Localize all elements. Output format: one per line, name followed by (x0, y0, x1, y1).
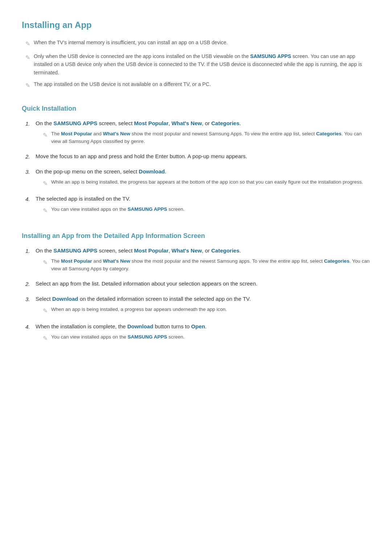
step-number: 1. (25, 247, 36, 255)
subnote-item: ✎ The Most Popular and What's New show t… (43, 130, 370, 145)
subnote-text: When an app is being installed, a progre… (51, 305, 227, 313)
open-label: Open (191, 323, 205, 329)
subnote-item: ✎ You can view installed apps on the SAM… (43, 333, 370, 343)
step-subnotes: ✎ While an app is being installed, the p… (36, 178, 370, 188)
categories-label: Categories (316, 131, 342, 136)
step-text: The selected app is installed on the TV. (36, 194, 370, 203)
subnote-item: ✎ The Most Popular and What's New show t… (43, 257, 370, 273)
note-icon: ✎ (25, 81, 30, 90)
step-item: 2. Move the focus to an app and press an… (25, 152, 370, 163)
note-icon: ✎ (43, 206, 48, 216)
subnote-text: While an app is being installed, the pro… (51, 178, 363, 186)
note-icon: ✎ (25, 53, 30, 62)
samsung-apps-label: SAMSUNG APPS (250, 53, 291, 59)
step-item: 4. The selected app is installed on the … (25, 194, 370, 218)
categories-ref: Categories (211, 120, 240, 126)
whats-new-label: What's New (103, 131, 130, 136)
step-content: When the installation is complete, the D… (36, 322, 370, 345)
whats-new-ref: What's New (172, 247, 202, 254)
step-item: 3. On the pop-up menu on the screen, sel… (25, 167, 370, 190)
download-label: Download (127, 323, 154, 329)
note-icon: ✎ (25, 39, 30, 49)
step-content: On the pop-up menu on the screen, select… (36, 167, 370, 190)
section1-notes: ✎ When the TV's internal memory is insuf… (22, 38, 370, 90)
step-subnotes: ✎ You can view installed apps on the SAM… (36, 333, 370, 343)
categories-label: Categories (324, 258, 350, 264)
download-ref: Download (52, 296, 78, 302)
subnote-item: ✎ You can view installed apps on the SAM… (43, 205, 370, 216)
note-icon: ✎ (43, 258, 48, 267)
most-popular-label: Most Popular (61, 258, 92, 264)
section3-title: Installing an App from the Detailed App … (22, 231, 370, 241)
subnote-item: ✎ When an app is being installed, a prog… (43, 305, 370, 316)
step-content: Move the focus to an app and press and h… (36, 152, 370, 163)
step-number: 3. (25, 295, 36, 304)
subnote-text: The Most Popular and What's New show the… (51, 130, 370, 145)
subnote-text: The Most Popular and What's New show the… (51, 257, 370, 273)
step-text: On the pop-up menu on the screen, select… (36, 167, 370, 176)
note-icon: ✎ (43, 334, 48, 343)
step-subnotes: ✎ The Most Popular and What's New show t… (36, 130, 370, 145)
note-item: ✎ Only when the USB device is connected … (22, 52, 370, 77)
note-icon: ✎ (43, 179, 48, 188)
step-item: 1. On the SAMSUNG APPS screen, select Mo… (25, 119, 370, 148)
step-content: On the SAMSUNG APPS screen, select Most … (36, 119, 370, 148)
step-number: 3. (25, 168, 36, 176)
step-text: Select an app from the list. Detailed in… (36, 279, 370, 288)
subnote-item: ✎ While an app is being installed, the p… (43, 178, 370, 188)
step-item: 1. On the SAMSUNG APPS screen, select Mo… (25, 246, 370, 275)
categories-ref: Categories (211, 247, 240, 254)
step-content: The selected app is installed on the TV.… (36, 194, 370, 218)
step-number: 4. (25, 195, 36, 204)
note-icon: ✎ (43, 306, 48, 316)
step-text: Select Download on the detailed informat… (36, 295, 370, 303)
note-icon: ✎ (43, 131, 48, 140)
note-text: Only when the USB device is connected ar… (34, 52, 370, 77)
quick-installation-steps: 1. On the SAMSUNG APPS screen, select Mo… (22, 119, 370, 218)
step-number: 4. (25, 323, 36, 331)
step-item: 4. When the installation is complete, th… (25, 322, 370, 345)
most-popular-ref: Most Popular (134, 120, 168, 126)
step-item: 2. Select an app from the list. Detailed… (25, 279, 370, 290)
step-text: When the installation is complete, the D… (36, 322, 370, 331)
samsung-apps-ref: SAMSUNG APPS (53, 247, 97, 254)
step-content: Select an app from the list. Detailed in… (36, 279, 370, 290)
note-text: The app installed on the USB device is n… (34, 80, 211, 88)
whats-new-label: What's New (103, 258, 130, 264)
note-text: When the TV's internal memory is insuffi… (34, 38, 228, 46)
download-ref: Download (139, 168, 165, 175)
step-subnotes: ✎ You can view installed apps on the SAM… (36, 205, 370, 216)
step-number: 2. (25, 152, 36, 161)
section2-title: Quick Installation (22, 103, 370, 114)
samsung-apps-ref: SAMSUNG APPS (53, 120, 97, 126)
step-content: On the SAMSUNG APPS screen, select Most … (36, 246, 370, 275)
step-text: Move the focus to an app and press and h… (36, 152, 370, 161)
step-number: 2. (25, 280, 36, 288)
step-item: 3. Select Download on the detailed infor… (25, 295, 370, 318)
detailed-install-steps: 1. On the SAMSUNG APPS screen, select Mo… (22, 246, 370, 345)
step-content: Select Download on the detailed informat… (36, 295, 370, 318)
samsung-apps-label: SAMSUNG APPS (127, 334, 167, 340)
note-item: ✎ The app installed on the USB device is… (22, 80, 370, 90)
most-popular-ref: Most Popular (134, 247, 168, 254)
whats-new-ref: What's New (172, 120, 202, 126)
step-subnotes: ✎ The Most Popular and What's New show t… (36, 257, 370, 273)
step-number: 1. (25, 119, 36, 128)
subnote-text: You can view installed apps on the SAMSU… (51, 333, 184, 341)
step-subnotes: ✎ When an app is being installed, a prog… (36, 305, 370, 316)
step-text: On the SAMSUNG APPS screen, select Most … (36, 119, 370, 128)
step-text: On the SAMSUNG APPS screen, select Most … (36, 246, 370, 255)
subnote-text: You can view installed apps on the SAMSU… (51, 205, 184, 213)
note-item: ✎ When the TV's internal memory is insuf… (22, 38, 370, 49)
samsung-apps-label: SAMSUNG APPS (127, 206, 167, 212)
most-popular-label: Most Popular (61, 131, 92, 136)
section1-title: Installing an App (22, 18, 370, 32)
